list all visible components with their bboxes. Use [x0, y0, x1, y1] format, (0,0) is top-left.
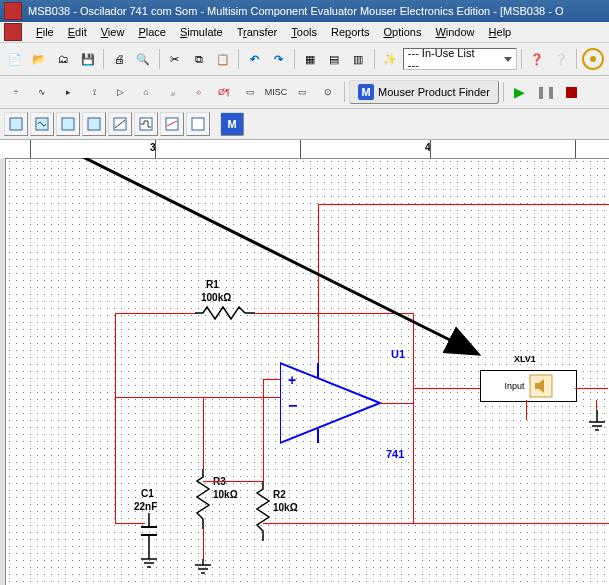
- function-gen-icon[interactable]: [30, 112, 54, 136]
- instrument-xlv1[interactable]: Input: [480, 370, 577, 402]
- r1-name: R1: [206, 279, 219, 290]
- wire[interactable]: [255, 313, 413, 314]
- ground-symbol[interactable]: [140, 553, 158, 575]
- wire[interactable]: [380, 403, 413, 404]
- svg-text:+: +: [288, 372, 296, 388]
- wire[interactable]: [596, 400, 597, 410]
- misc-icon[interactable]: MISC: [264, 80, 288, 104]
- window-titlebar: MSB038 - Oscilador 741 com Som - Multisi…: [0, 0, 609, 22]
- menu-help[interactable]: Help: [483, 24, 518, 40]
- run-simulate-icon[interactable]: ▶: [508, 80, 532, 104]
- instrument-toolbar: M: [0, 109, 609, 140]
- menu-reports[interactable]: Reports: [325, 24, 376, 40]
- opamp-u1[interactable]: + −: [280, 353, 400, 455]
- menu-window[interactable]: Window: [429, 24, 480, 40]
- database-icon[interactable]: ▥: [347, 47, 369, 71]
- r1-value: 100kΩ: [201, 292, 231, 303]
- multimeter-icon[interactable]: [4, 112, 28, 136]
- connector-icon[interactable]: ⊙: [316, 80, 340, 104]
- menu-place[interactable]: Place: [132, 24, 172, 40]
- copy-icon[interactable]: ⧉: [188, 47, 210, 71]
- transistor-icon[interactable]: ⟟: [82, 80, 106, 104]
- resistor-r2[interactable]: [256, 481, 270, 541]
- word-gen-icon[interactable]: [134, 112, 158, 136]
- indicator-icon[interactable]: Ø¶: [212, 80, 236, 104]
- wire[interactable]: [413, 388, 480, 389]
- hierarchical-icon[interactable]: ▭: [238, 80, 262, 104]
- opamp-icon[interactable]: ▷: [108, 80, 132, 104]
- help-icon[interactable]: ❔: [550, 47, 572, 71]
- stop-simulate-icon[interactable]: [560, 80, 584, 104]
- open-drawer-icon[interactable]: 🗂: [53, 47, 75, 71]
- mouser-m-icon[interactable]: M: [220, 112, 244, 136]
- logic-analyzer-icon[interactable]: [160, 112, 184, 136]
- menu-edit[interactable]: Edit: [62, 24, 93, 40]
- wire[interactable]: [203, 529, 204, 559]
- print-preview-icon[interactable]: 🔍: [132, 47, 154, 71]
- wire[interactable]: [115, 397, 280, 398]
- in-use-list-combo[interactable]: --- In-Use List ---: [403, 48, 517, 70]
- resistor-r1[interactable]: [195, 306, 255, 320]
- ground-symbol[interactable]: [588, 410, 606, 440]
- menu-view[interactable]: View: [95, 24, 131, 40]
- menu-simulate[interactable]: Simulate: [174, 24, 229, 40]
- target-icon[interactable]: [581, 47, 605, 71]
- c1-name: C1: [141, 488, 154, 499]
- menu-file[interactable]: File: [30, 24, 60, 40]
- wire[interactable]: [526, 400, 527, 420]
- cut-icon[interactable]: ✂: [164, 47, 186, 71]
- separator: [344, 82, 345, 102]
- pause-simulate-icon[interactable]: ❚❚: [534, 80, 558, 104]
- advanced-icon[interactable]: ⟐: [186, 80, 210, 104]
- resistor-r3[interactable]: [196, 469, 210, 529]
- bus-icon[interactable]: ▭: [290, 80, 314, 104]
- separator: [159, 49, 160, 69]
- schematic-canvas[interactable]: 3 4 R1 100kΩ C1 22nF: [0, 140, 609, 585]
- new-file-icon[interactable]: 📄: [4, 47, 26, 71]
- bode-plotter-icon[interactable]: [108, 112, 132, 136]
- sheet-props-icon[interactable]: ▦: [299, 47, 321, 71]
- oscilloscope-icon[interactable]: [82, 112, 106, 136]
- redo-icon[interactable]: ↷: [268, 47, 290, 71]
- source-icon[interactable]: ÷: [4, 80, 28, 104]
- whats-this-icon[interactable]: ❓: [526, 47, 548, 71]
- ground-symbol[interactable]: [194, 559, 212, 581]
- print-icon[interactable]: 🖨: [108, 47, 130, 71]
- dropdown-arrow-icon: [504, 57, 512, 62]
- magic-wand-icon[interactable]: ✨: [379, 47, 401, 71]
- mdi-icon[interactable]: [4, 23, 22, 41]
- wire[interactable]: [575, 388, 608, 389]
- separator: [103, 49, 104, 69]
- wire[interactable]: [115, 313, 195, 314]
- capacitor-c1[interactable]: [139, 513, 159, 553]
- svg-text:−: −: [288, 397, 297, 414]
- wattmeter-icon[interactable]: [56, 112, 80, 136]
- spreadsheet-icon[interactable]: ▤: [323, 47, 345, 71]
- open-file-icon[interactable]: 📂: [28, 47, 50, 71]
- wire[interactable]: [318, 204, 609, 205]
- window-title: MSB038 - Oscilador 741 com Som - Multisi…: [28, 5, 605, 17]
- separator: [238, 49, 239, 69]
- resistor-icon[interactable]: ∿: [30, 80, 54, 104]
- wire[interactable]: [115, 313, 116, 523]
- undo-icon[interactable]: ↶: [243, 47, 265, 71]
- cmos-icon[interactable]: ⟓: [160, 80, 184, 104]
- wire[interactable]: [203, 397, 204, 469]
- mouser-product-finder-button[interactable]: M Mouser Product Finder: [349, 80, 499, 104]
- menu-transfer[interactable]: Transfer: [231, 24, 284, 40]
- diode-icon[interactable]: ▸: [56, 80, 80, 104]
- logic-conv-icon[interactable]: [186, 112, 210, 136]
- paste-icon[interactable]: 📋: [212, 47, 234, 71]
- save-icon[interactable]: 💾: [77, 47, 99, 71]
- menu-tools[interactable]: Tools: [285, 24, 323, 40]
- wire[interactable]: [413, 313, 414, 523]
- wire[interactable]: [203, 481, 263, 482]
- wire[interactable]: [263, 523, 609, 524]
- standard-toolbar: 📄 📂 🗂 💾 🖨 🔍 ✂ ⧉ 📋 ↶ ↷ ▦ ▤ ▥ ✨ --- In-Use…: [0, 43, 609, 76]
- menu-options[interactable]: Options: [378, 24, 428, 40]
- wire[interactable]: [263, 379, 280, 380]
- wire[interactable]: [263, 379, 264, 481]
- ttl-icon[interactable]: ⌂: [134, 80, 158, 104]
- wire[interactable]: [607, 388, 608, 389]
- schematic-sheet[interactable]: R1 100kΩ C1 22nF + − U1 741: [6, 158, 609, 585]
